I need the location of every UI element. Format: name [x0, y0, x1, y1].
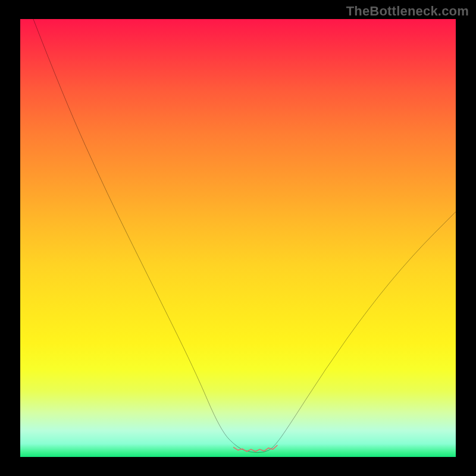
watermark-text: TheBottleneck.com	[346, 4, 469, 19]
plot-area	[20, 19, 456, 457]
bottleneck-curve-path	[33, 19, 456, 453]
chart-frame: TheBottleneck.com	[0, 0, 476, 476]
chart-svg	[20, 19, 456, 457]
